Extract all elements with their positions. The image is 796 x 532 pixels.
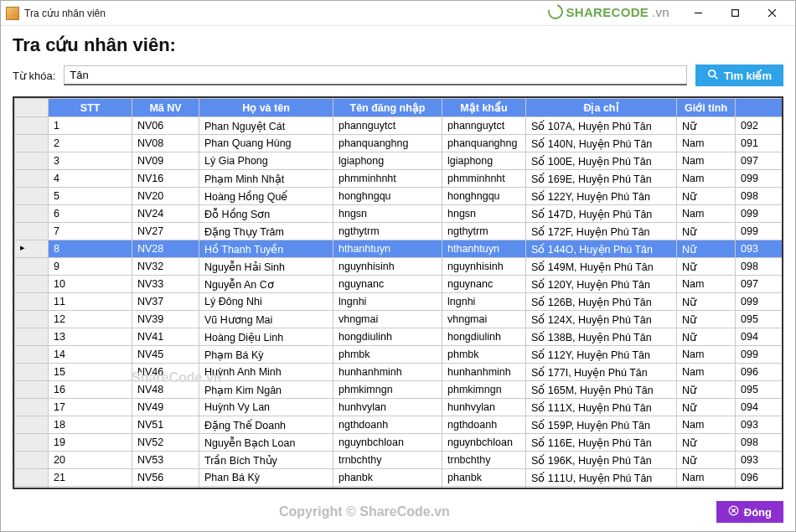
cell-gt[interactable]: Nữ [677,117,736,135]
row-header[interactable] [15,399,49,416]
cell-stt[interactable]: 14 [49,346,132,364]
cell-sdt[interactable]: 093 [736,416,783,434]
cell-diachi[interactable]: Số 144O, Huyện Phú Tân [526,240,677,258]
cell-diachi[interactable]: Số 167Y, Huyện Phú Tân [526,487,677,488]
cell-sdt[interactable]: 099 [736,293,783,311]
table-row[interactable]: 9NV32Nguyễn Hải Sinhnguynhisinhnguynhisi… [15,258,783,276]
cell-diachi[interactable]: Số 159P, Huyện Phú Tân [526,416,677,434]
cell-diachi[interactable]: Số 165M, Huyện Phú Tân [526,381,677,399]
cell-manv[interactable]: NV09 [132,152,199,170]
cell-gt[interactable]: Nữ [677,399,736,416]
cell-user[interactable]: hngsn [333,205,442,223]
cell-gt[interactable]: Nam [677,205,736,223]
cell-hoten[interactable]: Nguyễn Hải Sinh [199,258,333,276]
cell-sdt[interactable]: 092 [736,117,783,135]
cell-stt[interactable]: 6 [49,205,132,223]
cell-gt[interactable]: Nữ [677,381,736,399]
row-header[interactable] [15,117,49,135]
table-row[interactable]: 15NV46Huỳnh Anh Minhhunhanhminhhunhanhmi… [15,364,783,381]
cell-gt[interactable]: Nữ [677,487,736,488]
cell-user[interactable]: vhngmai [333,311,442,328]
table-row[interactable]: 10NV33Nguyễn An CơnguynancnguynancSố 120… [15,276,783,293]
cell-sdt[interactable]: 091 [736,135,783,152]
cell-pass[interactable]: hngsn [442,205,526,223]
cell-gt[interactable]: Nam [677,276,736,293]
table-row[interactable]: 8NV28Hồ Thanh TuyềnhthanhtuynhthanhtuynS… [15,240,783,258]
cell-hoten[interactable]: Nguyễn An Cơ [199,276,333,293]
cell-manv[interactable]: NV28 [132,240,199,258]
cell-pass[interactable]: ngthytrm [442,223,526,240]
cell-manv[interactable]: NV33 [132,276,199,293]
cell-stt[interactable]: 18 [49,416,132,434]
cell-sdt[interactable]: 099 [736,170,783,188]
cell-sdt[interactable]: 097 [736,152,783,170]
search-button[interactable]: Tìm kiếm [695,65,783,86]
cell-user[interactable]: nguynbchloan [333,434,442,452]
cell-pass[interactable]: hunhvylan [442,399,526,416]
cell-sdt[interactable]: 096 [736,469,783,487]
cell-sdt[interactable]: 094 [736,399,783,416]
cell-gt[interactable]: Nam [677,469,736,487]
cell-manv[interactable]: NV16 [132,170,199,188]
cell-pass[interactable]: nguynanc [442,276,526,293]
cell-user[interactable]: ngthdoanh [333,416,442,434]
cell-hoten[interactable]: Phạm Minh Nhật [199,170,333,188]
cell-sdt[interactable]: 096 [736,364,783,381]
cell-manv[interactable]: NV53 [132,452,199,469]
cell-hoten[interactable]: Đặng Thế Doanh [199,416,333,434]
table-row[interactable]: 21NV56Phan Bá KỳphanbkphanbkSố 111U, Huy… [15,469,783,487]
cell-gt[interactable]: Nữ [677,258,736,276]
cell-diachi[interactable]: Số 107A, Huyện Phú Tân [526,117,677,135]
cell-pass[interactable]: nguynhisinh [442,258,526,276]
cell-hoten[interactable]: Huỳnh Vy Lan [199,399,333,416]
col-gt[interactable]: Giới tính [677,99,736,117]
cell-diachi[interactable]: Số 122Y, Huyện Phú Tân [526,188,677,205]
table-row[interactable]: 12NV39Vũ Hương MaivhngmaivhngmaiSố 124X,… [15,311,783,328]
cell-user[interactable]: lngnhi [333,293,442,311]
cell-manv[interactable]: NV27 [132,223,199,240]
cell-diachi[interactable]: Số 112Y, Huyện Phú Tân [526,346,677,364]
cell-stt[interactable]: 4 [49,170,132,188]
col-diachi[interactable]: Địa chỉ [526,99,677,117]
cell-pass[interactable]: hunhanhminh [442,364,526,381]
cell-sdt[interactable]: 093 [736,240,783,258]
cell-gt[interactable]: Nữ [677,311,736,328]
cell-sdt[interactable]: 097 [736,276,783,293]
cell-diachi[interactable]: Số 116E, Huyện Phú Tân [526,434,677,452]
cell-diachi[interactable]: Số 140N, Huyện Phú Tân [526,135,677,152]
cell-hoten[interactable]: Trần Bích Thủy [199,452,333,469]
cell-user[interactable]: nguynanc [333,276,442,293]
row-header[interactable] [15,135,49,152]
cell-stt[interactable]: 22 [49,487,132,488]
cell-hoten[interactable]: Phạm Kim Ngân [199,381,333,399]
cell-user[interactable]: phmminhnht [333,170,442,188]
table-row[interactable]: 1NV06Phan Nguyệt Cátphannguytctphannguyt… [15,117,783,135]
cell-user[interactable]: phmkimngn [333,381,442,399]
cell-pass[interactable]: lgiaphong [442,152,526,170]
cell-pass[interactable]: vtuytmai [442,487,526,488]
row-header[interactable] [15,293,49,311]
cell-hoten[interactable]: Hoàng Diệu Linh [199,328,333,346]
cell-gt[interactable]: Nam [677,152,736,170]
minimize-button[interactable] [680,2,716,25]
cell-user[interactable]: vtuytmai [333,487,442,488]
cell-user[interactable]: ngthytrm [333,223,442,240]
cell-hoten[interactable]: Đỗ Hồng Sơn [199,205,333,223]
cell-hoten[interactable]: Huỳnh Anh Minh [199,364,333,381]
cell-user[interactable]: honghngqu [333,188,442,205]
row-header[interactable] [15,381,49,399]
cell-user[interactable]: phanquanghng [333,135,442,152]
row-header[interactable] [15,170,49,188]
col-hoten[interactable]: Họ và tên [199,99,333,117]
cell-gt[interactable]: Nữ [677,223,736,240]
data-grid[interactable]: STT Mã NV Họ và tên Tên đăng nhập Mật kh… [13,96,783,489]
table-row[interactable]: 20NV53Trần Bích ThủytrnbchthytrnbchthySố… [15,452,783,469]
cell-hoten[interactable]: Hoàng Hồng Quế [199,188,333,205]
cell-manv[interactable]: NV52 [132,434,199,452]
cell-user[interactable]: trnbchthy [333,452,442,469]
cell-stt[interactable]: 10 [49,276,132,293]
row-header[interactable] [15,258,49,276]
cell-manv[interactable]: NV46 [132,364,199,381]
cell-pass[interactable]: trnbchthy [442,452,526,469]
cell-manv[interactable]: NV57 [132,487,199,488]
